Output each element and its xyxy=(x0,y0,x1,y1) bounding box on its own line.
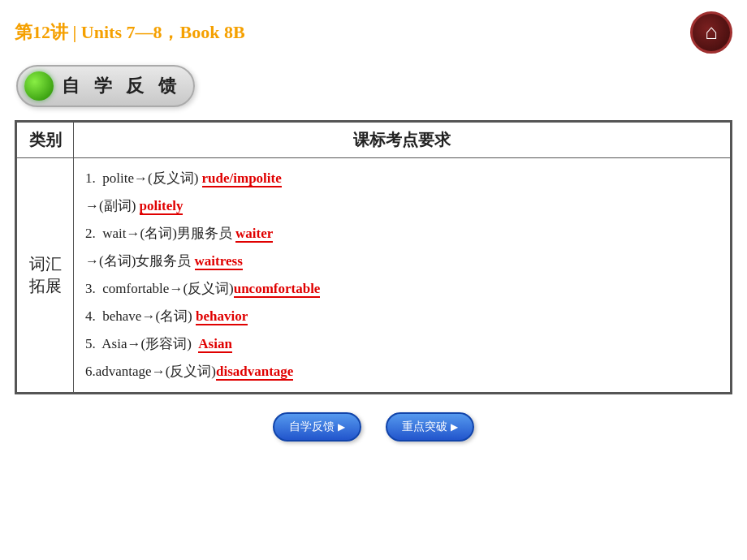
row-content-vocab: 1. polite→(反义词) rude/impolite →(副词) poli… xyxy=(74,158,731,393)
home-icon: ⌂ xyxy=(705,20,718,45)
item1b-prefix: →(副词) xyxy=(85,198,140,213)
vocab-item-2: 2. wait→(名词)男服务员 waiter xyxy=(85,220,719,248)
section-label: 自 学 反 馈 xyxy=(62,74,181,98)
vocab-item-1b: →(副词) politely xyxy=(85,192,719,220)
item2-answer1: waiter xyxy=(235,226,273,243)
nav-btn-self-study-arrow: ▶ xyxy=(338,421,345,433)
vocab-item-2b: →(名词)女服务员 waitress xyxy=(85,248,719,275)
vocab-item-5: 5. Asia→(形容词) Asian xyxy=(85,330,719,358)
row-label-vocab: 词汇拓展 xyxy=(17,158,74,393)
item1-answer2: politely xyxy=(140,198,184,215)
item1-answer1: rude/impolite xyxy=(202,170,282,187)
item6-prefix: 6.advantage→(反义词) xyxy=(85,364,216,379)
vocab-item-3: 3. comfortable→(反义词)uncomfortable xyxy=(85,275,719,303)
item2-answer2: waitress xyxy=(195,253,243,270)
item5-prefix: 5. Asia→(形容词) xyxy=(85,336,198,351)
nav-btn-key-points-label: 重点突破 xyxy=(402,420,447,434)
item1-prefix: 1. polite→(反义词) xyxy=(85,170,202,186)
section-pill: 自 学 反 馈 xyxy=(16,65,195,107)
content-table: 类别 课标考点要求 词汇拓展 1. polite→(反义词) rude/impo… xyxy=(15,120,732,394)
nav-btn-self-study-label: 自学反馈 xyxy=(289,420,335,434)
col-header-requirement: 课标考点要求 xyxy=(74,123,731,158)
bottom-navigation: 自学反馈 ▶ 重点突破 ▶ xyxy=(0,412,747,442)
item4-answer1: behavior xyxy=(196,308,248,325)
vocab-item-4: 4. behave→(名词) behavior xyxy=(85,303,719,330)
nav-btn-key-points-arrow: ▶ xyxy=(451,421,458,433)
item3-prefix: 3. comfortable→(反义词) xyxy=(85,281,234,296)
item5-answer1: Asian xyxy=(198,336,232,353)
nav-btn-key-points[interactable]: 重点突破 ▶ xyxy=(386,412,474,442)
item6-answer1: disadvantage xyxy=(216,364,293,381)
vocab-item-6: 6.advantage→(反义词)disadvantage xyxy=(85,358,719,386)
item4-prefix: 4. behave→(名词) xyxy=(85,308,196,324)
item3-answer1: uncomfortable xyxy=(234,281,321,298)
header: 第12讲 | Units 7—8，Book 8B ⌂ xyxy=(0,0,747,60)
vocab-item-1: 1. polite→(反义词) rude/impolite xyxy=(85,165,719,192)
home-button[interactable]: ⌂ xyxy=(690,11,732,54)
item2-prefix: 2. wait→(名词)男服务员 xyxy=(85,226,235,241)
col-header-category: 类别 xyxy=(17,123,74,158)
table-row: 词汇拓展 1. polite→(反义词) rude/impolite →(副词)… xyxy=(17,158,731,393)
item2b-prefix: →(名词)女服务员 xyxy=(85,253,195,269)
page-title: 第12讲 | Units 7—8，Book 8B xyxy=(15,20,245,45)
nav-btn-self-study[interactable]: 自学反馈 ▶ xyxy=(273,412,361,442)
green-dot-icon xyxy=(24,71,54,101)
